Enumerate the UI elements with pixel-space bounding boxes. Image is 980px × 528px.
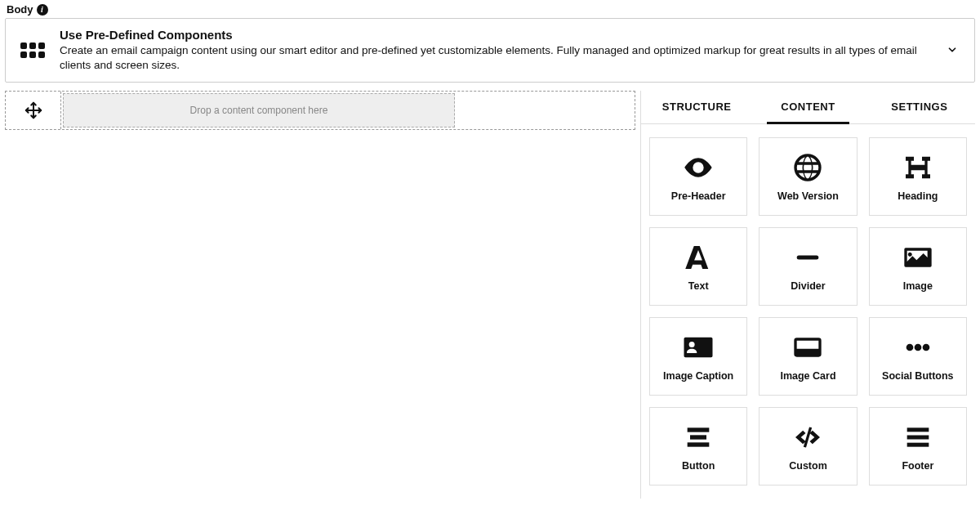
heading-icon <box>900 151 936 184</box>
component-label: Pre-Header <box>671 190 726 202</box>
section-label-text: Body <box>7 3 33 16</box>
move-icon <box>24 101 42 119</box>
lines-icon <box>900 421 936 454</box>
component-heading[interactable]: Heading <box>869 137 967 216</box>
component-webversion[interactable]: Web Version <box>759 137 857 216</box>
section-label: Body i <box>5 0 975 18</box>
dropzone-text: Drop a content component here <box>190 105 328 116</box>
svg-rect-9 <box>688 442 710 446</box>
drag-handle[interactable] <box>6 92 61 129</box>
tab-structure[interactable]: STRUCTURE <box>641 91 752 123</box>
component-grid: Pre-Header Web Version Heading Text <box>641 124 975 499</box>
component-label: Image Caption <box>663 370 733 382</box>
email-canvas[interactable]: Drop a content component here <box>5 91 635 130</box>
dots-icon <box>900 331 936 364</box>
svg-rect-7 <box>688 427 710 432</box>
component-label: Footer <box>902 460 933 472</box>
component-label: Heading <box>898 190 938 202</box>
banner-description: Create an email campaign content using o… <box>60 43 930 73</box>
svg-point-5 <box>914 343 921 351</box>
dropzone[interactable]: Drop a content component here <box>63 93 455 128</box>
component-socialbuttons[interactable]: Social Buttons <box>869 317 967 396</box>
component-imagecard[interactable]: Image Card <box>759 317 857 396</box>
banner-text: Use Pre-Defined Components Create an ema… <box>60 27 930 74</box>
svg-rect-10 <box>906 427 929 432</box>
text-icon <box>680 241 716 274</box>
component-text[interactable]: Text <box>649 227 747 306</box>
components-banner[interactable]: Use Pre-Defined Components Create an ema… <box>5 18 975 83</box>
svg-point-2 <box>696 164 702 170</box>
info-icon[interactable]: i <box>37 4 48 16</box>
svg-point-4 <box>906 343 913 351</box>
divider-icon <box>790 241 826 274</box>
component-imagecaption[interactable]: Image Caption <box>649 317 747 396</box>
svg-rect-8 <box>690 435 706 439</box>
grid-icon <box>20 43 45 58</box>
component-label: Web Version <box>777 190 839 202</box>
sidebar-tabs: STRUCTURE CONTENT SETTINGS <box>641 91 975 124</box>
component-label: Image Card <box>780 370 835 382</box>
svg-rect-12 <box>906 442 929 446</box>
svg-point-6 <box>922 343 929 351</box>
banner-title: Use Pre-Defined Components <box>60 27 930 43</box>
component-image[interactable]: Image <box>869 227 967 306</box>
component-divider[interactable]: Divider <box>759 227 857 306</box>
tab-settings[interactable]: SETTINGS <box>864 91 975 123</box>
canvas-empty[interactable] <box>457 92 635 129</box>
component-label: Divider <box>791 280 825 292</box>
component-label: Image <box>903 280 933 292</box>
component-label: Custom <box>789 460 827 472</box>
image-icon <box>900 241 936 274</box>
component-footer[interactable]: Footer <box>869 407 967 485</box>
card-icon <box>790 331 826 364</box>
svg-rect-3 <box>797 255 819 259</box>
code-icon <box>790 421 826 454</box>
lines-center-icon <box>680 421 716 454</box>
component-button[interactable]: Button <box>649 407 747 485</box>
svg-rect-11 <box>906 435 929 439</box>
tab-content[interactable]: CONTENT <box>752 91 863 123</box>
component-custom[interactable]: Custom <box>759 407 857 485</box>
component-label: Social Buttons <box>882 370 954 382</box>
sidebar-panel: STRUCTURE CONTENT SETTINGS Pre-Header We… <box>640 91 975 499</box>
component-label: Text <box>688 280 709 292</box>
component-label: Button <box>682 460 715 472</box>
id-card-icon <box>680 331 716 364</box>
component-preheader[interactable]: Pre-Header <box>649 137 747 216</box>
chevron-down-icon[interactable] <box>945 43 960 57</box>
globe-icon <box>790 151 826 184</box>
eye-icon <box>680 151 716 184</box>
